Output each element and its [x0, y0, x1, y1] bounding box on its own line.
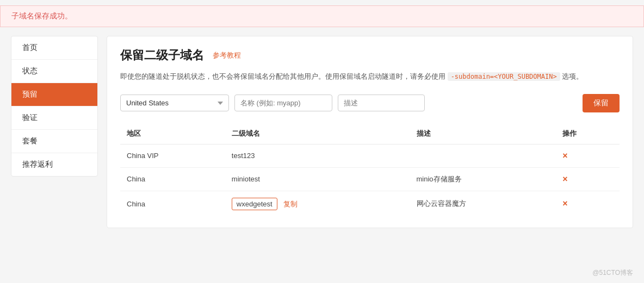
highlighted-subdomain: wxedgetest [232, 198, 277, 210]
copy-button[interactable]: 复制 [283, 200, 298, 208]
sidebar-item-verify[interactable]: 验证 [11, 106, 97, 130]
table-row: China VIP test123 × [120, 144, 620, 167]
sidebar: 首页 状态 预留 验证 套餐 推荐返利 [11, 36, 98, 177]
row1-delete-button[interactable]: × [562, 151, 567, 160]
col-header-desc: 描述 [410, 123, 556, 144]
desc-input[interactable] [338, 95, 425, 111]
page-header: 保留二级子域名 参考教程 [120, 47, 620, 64]
watermark: @51CTO博客 [592, 268, 633, 278]
sidebar-item-home[interactable]: 首页 [11, 36, 97, 60]
sidebar-item-plan[interactable]: 套餐 [11, 130, 97, 153]
success-banner: 子域名保存成功。 [0, 5, 644, 27]
ref-tutorial-link[interactable]: 参考教程 [213, 51, 241, 60]
page-description: 即使您的隧道处于脱机状态，也不会将保留域名分配给其他用户。使用保留域名启动隧道时… [120, 70, 620, 83]
row1-subdomain: test123 [225, 144, 410, 167]
sidebar-item-status[interactable]: 状态 [11, 60, 97, 83]
row3-region: China [120, 191, 225, 217]
table-row: China miniotest minio存储服务 × [120, 167, 620, 191]
row3-subdomain: wxedgetest 复制 [225, 191, 410, 217]
row3-delete-button[interactable]: × [562, 199, 567, 208]
reserve-button[interactable]: 保留 [583, 94, 620, 112]
subdomain-form: United States China China VIP 保留 [120, 94, 620, 112]
col-header-action: 操作 [556, 123, 620, 144]
row2-delete-button[interactable]: × [562, 174, 567, 184]
success-message: 子域名保存成功。 [11, 11, 72, 20]
content-area: 保留二级子域名 参考教程 即使您的隧道处于脱机状态，也不会将保留域名分配给其他用… [107, 36, 633, 228]
sidebar-item-referral[interactable]: 推荐返利 [11, 153, 97, 176]
region-select[interactable]: United States China China VIP [120, 95, 229, 111]
row3-desc: 网心云容器魔方 [410, 191, 556, 217]
row1-desc [410, 144, 556, 167]
row1-action: × [556, 144, 620, 167]
col-header-region: 地区 [120, 123, 225, 144]
inline-code: -subdomain=<YOUR_SUBDOMAIN> [448, 72, 560, 81]
row2-desc: minio存储服务 [410, 167, 556, 191]
col-header-subdomain: 二级域名 [225, 123, 410, 144]
table-row: China wxedgetest 复制 网心云容器魔方 × [120, 191, 620, 217]
row2-subdomain: miniotest [225, 167, 410, 191]
row1-region: China VIP [120, 144, 225, 167]
row2-region: China [120, 167, 225, 191]
page-title: 保留二级子域名 [120, 47, 204, 64]
name-input[interactable] [234, 95, 332, 111]
subdomain-table: 地区 二级域名 描述 操作 China VIP test123 [120, 123, 620, 217]
row2-action: × [556, 167, 620, 191]
sidebar-item-reserve[interactable]: 预留 [11, 83, 97, 106]
row3-action: × [556, 191, 620, 217]
